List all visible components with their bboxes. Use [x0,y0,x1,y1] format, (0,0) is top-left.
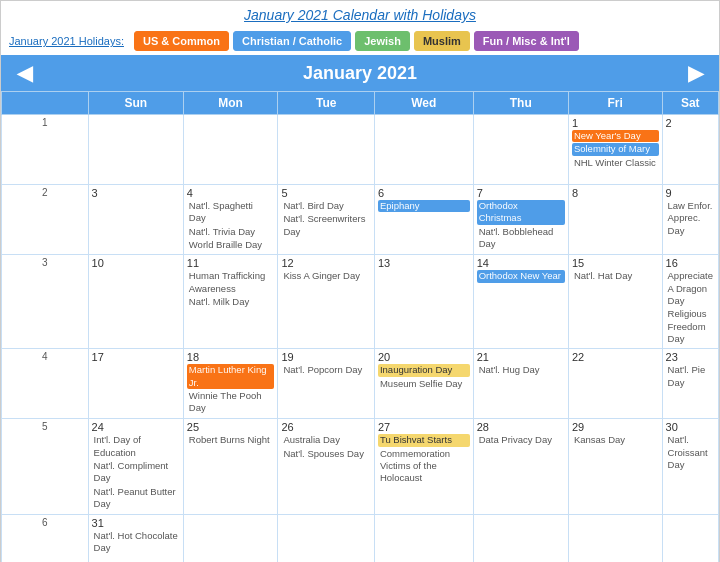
filter-jewish[interactable]: Jewish [355,31,410,51]
day-cell-empty [183,514,278,562]
filter-fun[interactable]: Fun / Misc & Int'l [474,31,579,51]
event: Religious Freedom Day [666,308,715,345]
day-cell-8: 8 [568,185,662,255]
week-num: 5 [2,419,89,514]
day-number: 17 [92,351,180,363]
day-cell-empty [374,115,473,185]
day-number: 6 [378,187,470,199]
page-title: January 2021 Calendar with Holidays [1,1,719,27]
event: Nat'l. Milk Day [187,296,275,308]
day-cell-24: 24 Int'l. Day of Education Nat'l. Compli… [88,419,183,514]
day-cell-21: 21 Nat'l. Hug Day [473,349,568,419]
day-number: 21 [477,351,565,363]
event: Commemoration Victims of the Holocaust [378,448,470,485]
day-cell-empty [88,115,183,185]
day-cell-13: 13 [374,255,473,349]
day-cell-31: 31 Nat'l. Hot Chocolate Day [88,514,183,562]
day-cell-15: 15 Nat'l. Hat Day [568,255,662,349]
day-cell-1: 1 New Year's Day Solemnity of Mary NHL W… [568,115,662,185]
week-num: 4 [2,349,89,419]
table-row: 3 10 11 Human Trafficking Awareness Nat'… [2,255,719,349]
day-number: 8 [572,187,659,199]
day-cell-2: 2 [662,115,718,185]
day-number: 22 [572,351,659,363]
day-cell-4: 4 Nat'l. Spaghetti Day Nat'l. Trivia Day… [183,185,278,255]
day-cell-empty [473,115,568,185]
event: Nat'l. Hug Day [477,364,565,376]
event: Nat'l. Pie Day [666,364,715,389]
event: World Braille Day [187,239,275,251]
event: New Year's Day [572,130,659,142]
day-cell-14: 14 Orthodox New Year [473,255,568,349]
filter-muslim[interactable]: Muslim [414,31,470,51]
day-cell-empty [278,115,375,185]
filter-label: January 2021 Holidays: [9,35,124,47]
day-cell-empty [662,514,718,562]
day-number: 30 [666,421,715,433]
table-row: 2 3 4 Nat'l. Spaghetti Day Nat'l. Trivia… [2,185,719,255]
day-cell-10: 10 [88,255,183,349]
day-number: 10 [92,257,180,269]
filter-bar: January 2021 Holidays: US & Common Chris… [1,27,719,55]
header-tue: Tue [278,92,375,115]
week-num: 2 [2,185,89,255]
day-number: 29 [572,421,659,433]
day-cell-17: 17 [88,349,183,419]
day-number: 24 [92,421,180,433]
day-number: 25 [187,421,275,433]
event: Robert Burns Night [187,434,275,446]
event: Solemnity of Mary [572,143,659,155]
header-mon: Mon [183,92,278,115]
prev-arrow[interactable]: ◀ [17,61,32,85]
header-thu: Thu [473,92,568,115]
day-number: 26 [281,421,371,433]
week-num: 6 [2,514,89,562]
event: Orthodox New Year [477,270,565,282]
event: Human Trafficking Awareness [187,270,275,295]
table-row: 6 31 Nat'l. Hot Chocolate Day WinCalenda… [2,514,719,562]
day-cell-3: 3 [88,185,183,255]
day-number: 27 [378,421,470,433]
event: Appreciate A Dragon Day [666,270,715,307]
day-cell-23: 23 Nat'l. Pie Day [662,349,718,419]
day-cell-empty: WinCalendar [568,514,662,562]
day-cell-empty [183,115,278,185]
event: Nat'l. Hat Day [572,270,659,282]
event-tubishvat: Tu Bishvat Starts [378,434,470,446]
table-row: 1 1 New Year's Day Solemnity of Mary NHL… [2,115,719,185]
day-number: 23 [666,351,715,363]
app: January 2021 Calendar with Holidays Janu… [0,0,720,562]
event: Kiss A Ginger Day [281,270,371,282]
day-number: 3 [92,187,180,199]
filter-christian[interactable]: Christian / Catholic [233,31,351,51]
day-cell-29: 29 Kansas Day [568,419,662,514]
next-arrow[interactable]: ▶ [688,61,703,85]
day-cell-empty [278,514,375,562]
day-cell-9: 9 Law Enfor. Apprec. Day [662,185,718,255]
table-row: 5 24 Int'l. Day of Education Nat'l. Comp… [2,419,719,514]
event: Winnie The Pooh Day [187,390,275,415]
day-number: 28 [477,421,565,433]
day-cell-20: 20 Inauguration Day Museum Selfie Day [374,349,473,419]
week-num: 1 [2,115,89,185]
event-mlk: Martin Luther King Jr. [187,364,275,389]
event: Nat'l. Peanut Butter Day [92,486,180,511]
event: Nat'l. Screenwriters Day [281,213,371,238]
day-cell-7: 7 Orthodox Christmas Nat'l. Bobblehead D… [473,185,568,255]
event: Nat'l. Bird Day [281,200,371,212]
day-number: 15 [572,257,659,269]
month-title: January 2021 [303,63,417,84]
day-cell-16: 16 Appreciate A Dragon Day Religious Fre… [662,255,718,349]
week-num: 3 [2,255,89,349]
event: Nat'l. Bobblehead Day [477,226,565,251]
filter-us[interactable]: US & Common [134,31,229,51]
day-number: 19 [281,351,371,363]
event: Kansas Day [572,434,659,446]
day-cell-30: 30 Nat'l. Croissant Day [662,419,718,514]
day-cell-25: 25 Robert Burns Night [183,419,278,514]
event: Nat'l. Compliment Day [92,460,180,485]
event: Museum Selfie Day [378,378,470,390]
day-number: 5 [281,187,371,199]
day-number: 11 [187,257,275,269]
day-number: 7 [477,187,565,199]
